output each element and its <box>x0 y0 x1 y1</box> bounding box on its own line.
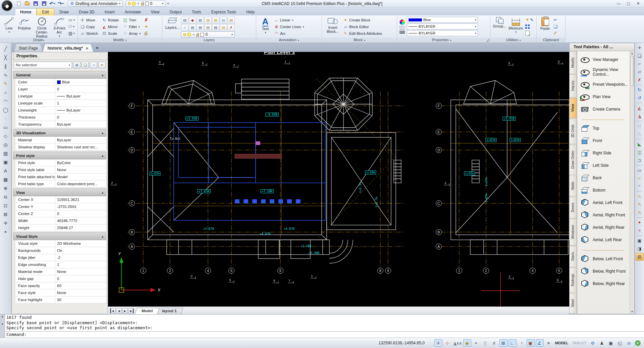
layer-tool-button[interactable]: ▤ <box>220 17 227 24</box>
measure-button[interactable]: Measure ▾ <box>507 16 524 33</box>
polar-toggle[interactable]: ◔ <box>518 339 526 347</box>
document-tab[interactable]: historic_villa.dwg* ✕ <box>43 44 93 52</box>
undo-button[interactable]: ↶▾ <box>49 1 56 7</box>
extend-icon[interactable]: ⊐ <box>636 156 644 164</box>
clipboard-panel-label[interactable]: Clipboard <box>537 38 565 43</box>
esnap-settings-toggle[interactable]: ✦ <box>472 339 480 347</box>
property-row[interactable]: ▴ Lineweight ByLayer <box>15 107 106 114</box>
modify-panel-label[interactable]: Modify ▾ <box>78 38 162 43</box>
line-button[interactable]: Line▾ <box>1 16 17 33</box>
utilities-panel-label[interactable]: Utilities ▾ <box>490 38 536 43</box>
property-dropdown[interactable]: Blue ▾ <box>407 17 478 23</box>
copy-clip-button[interactable]: ❏ <box>553 23 558 29</box>
dynamic-input-toggle[interactable]: ≡ <box>545 339 553 347</box>
property-row[interactable]: ▴ Face highlight 30 <box>15 296 106 303</box>
box-3d-icon[interactable]: ▭ <box>636 166 644 174</box>
esnap-toggle[interactable]: ◉ <box>463 339 471 347</box>
ribbon-tab[interactable]: Edit <box>37 8 54 15</box>
pan-icon[interactable]: ✛ <box>1 219 10 227</box>
clean-screen-icon[interactable]: ▣ <box>607 339 615 347</box>
layout-nav-button[interactable]: ▶ <box>128 308 134 314</box>
hatch-tool-icon[interactable]: ▨ <box>1 149 10 157</box>
close-button[interactable]: ✕ <box>634 0 643 6</box>
annotation-scale-toggle[interactable]: ◮ 1:1 <box>452 339 462 347</box>
layout-nav-button[interactable]: ▶ <box>122 308 128 314</box>
layer-tool-button[interactable]: ▤ <box>227 17 235 24</box>
delete-button[interactable]: ✗ <box>144 17 149 23</box>
palette-item[interactable]: Preset Viewpoints... <box>579 78 629 90</box>
pedit-icon[interactable]: ✎ <box>636 201 644 208</box>
text-button[interactable]: A Text ▾ <box>258 16 273 34</box>
property-row[interactable]: ▴ Color Blue <box>15 79 106 86</box>
ribbon-tab[interactable]: Draw 3D <box>74 9 100 15</box>
layer-tool-button[interactable]: ▤ <box>204 17 212 24</box>
layer-tool-button[interactable]: ◆ <box>189 17 196 24</box>
property-row[interactable]: Visual Style ▴ <box>13 232 106 240</box>
palette-tab[interactable]: Doors <box>570 197 577 218</box>
spline-edit-icon[interactable]: ∿ <box>636 193 644 200</box>
user-icon[interactable]: ♟ <box>598 339 606 347</box>
layers-panel-label[interactable]: Layers <box>162 38 256 43</box>
property-row[interactable]: ▴ Transparency ByLayer <box>15 121 106 128</box>
modify-button[interactable]: ✛ Move ▾ <box>79 17 99 23</box>
command-window[interactable]: x ▼ 1617 foundSpecify base point or [Dis… <box>0 314 644 338</box>
ribbon-tab[interactable]: Annotate <box>120 9 146 15</box>
section-collapse-icon[interactable]: ▴ <box>102 131 106 135</box>
palette-tab[interactable]: Walls <box>570 176 577 197</box>
table-tool-icon[interactable]: ▦ <box>1 176 10 184</box>
property-row[interactable]: ▴ Height 25848.27 <box>15 224 106 231</box>
scrollbar-thumb[interactable] <box>631 56 634 86</box>
palette-item[interactable]: Dynamic View Control... <box>579 66 629 78</box>
property-row[interactable]: View ▴ <box>13 189 106 196</box>
palette-item[interactable]: Bottom <box>579 184 629 196</box>
unlock-button[interactable] <box>144 30 149 36</box>
lineweight-icon[interactable] <box>399 29 405 33</box>
section-collapse-icon[interactable]: ▴ <box>102 154 106 157</box>
chamfer-icon[interactable]: ◣ <box>636 140 644 148</box>
property-row[interactable]: Print style ▴ <box>13 152 106 159</box>
scroll-down-icon[interactable]: ▼ <box>631 310 634 313</box>
property-row[interactable]: ▴ Shadow display Shadows cast and rec... <box>15 144 106 151</box>
explode-button[interactable]: ✦ <box>144 23 149 29</box>
layer-tool-button[interactable]: ▤ <box>189 24 196 31</box>
modify-button[interactable]: ❏ Copy ▾ <box>79 24 99 30</box>
properties-panel-label[interactable]: Properties ▾ ◿ <box>397 38 490 43</box>
palette-item[interactable] <box>582 246 624 251</box>
block-panel-label[interactable]: Block ▾ <box>322 38 397 43</box>
crosshair-toggle[interactable]: ✛ <box>434 339 442 347</box>
point-style-button[interactable] <box>525 23 534 29</box>
scroll-up-icon[interactable]: ▲ <box>631 52 634 55</box>
model-space-indicator[interactable]: MODEL <box>555 341 569 345</box>
dot-grid-toggle[interactable]: ⣿ <box>481 339 489 347</box>
zoom-extents-icon[interactable]: ⊠ <box>1 210 10 218</box>
properties-palette-title[interactable]: Properties <box>12 52 108 60</box>
entity-track-toggle[interactable]: ▣ <box>527 339 535 347</box>
property-row[interactable]: ▴ Print table attached to Model <box>15 173 106 181</box>
modify-button[interactable]: ▱ Stretch ▾ <box>79 30 99 37</box>
ellipse-button[interactable]: ⬭▾ <box>68 23 75 29</box>
polygon-tool-icon[interactable]: ◇ <box>1 132 10 140</box>
property-row[interactable]: ▴ Linetype scale 1 <box>15 100 106 107</box>
workspace-selector[interactable]: ⚙ Drafting and Annotation ▾ <box>68 1 123 7</box>
modify-button[interactable]: ∷ Array ▾ <box>122 30 142 37</box>
palette-item[interactable]: Front <box>579 134 629 147</box>
palette-item[interactable]: Plan View <box>579 90 629 103</box>
move-icon[interactable]: ✛ <box>636 44 644 52</box>
property-row[interactable]: ▴ Layer 0 <box>15 86 106 93</box>
snap-marker-toggle[interactable]: ⊹ <box>443 339 451 347</box>
annotation-button[interactable]: ↔ Linear ▾ <box>273 17 305 23</box>
trim-icon[interactable]: ◫ <box>636 148 644 156</box>
construction-line-icon[interactable]: ╳ <box>1 54 10 62</box>
annotation-button[interactable]: ⊕ Center Lines ▾ <box>273 24 305 30</box>
palette-item[interactable]: Aerial, Right Rear <box>579 221 629 233</box>
rotate-icon[interactable]: ↻ <box>636 86 644 94</box>
new-file-button[interactable] <box>15 1 22 7</box>
open-file-button[interactable] <box>24 1 31 7</box>
ortho-toggle[interactable]: ∟ <box>508 339 517 347</box>
palette-tab[interactable]: Stairs <box>570 246 577 267</box>
circle-tool-icon[interactable]: ○ <box>1 88 10 96</box>
fillet-icon[interactable]: ◜ <box>636 183 644 190</box>
property-row[interactable]: ▴ Material mode None <box>15 268 106 275</box>
command-close-icon[interactable]: x <box>1 315 3 318</box>
rectangle-tool-icon[interactable]: ▭ <box>1 123 10 131</box>
